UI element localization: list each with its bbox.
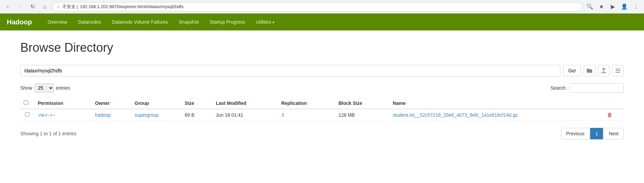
search-icon-btn[interactable]: 🔍 <box>585 2 595 12</box>
sort-arrows-size[interactable]: ↕ <box>195 102 197 105</box>
sort-arrows-block-size[interactable]: ↕ <box>363 102 365 105</box>
nav-item-startup-progress[interactable]: Startup Progress <box>204 14 251 30</box>
go-button[interactable]: Go! <box>563 65 581 76</box>
cell-size: 69 B <box>181 109 212 121</box>
th-replication[interactable]: Replication ↕ <box>278 98 335 109</box>
page-1-button[interactable]: 1 <box>590 128 603 139</box>
pagination-buttons: Previous 1 Next <box>561 128 624 139</box>
address-bar: ⚠ 不安全 | 192.168.1.201:9870/explorer.html… <box>52 2 582 12</box>
sort-arrows-group[interactable]: ↕ <box>150 102 152 105</box>
entries-label: entries <box>56 85 70 91</box>
show-label: Show <box>20 85 32 91</box>
home-button[interactable]: ⌂ <box>40 2 49 12</box>
cell-permission: -rw-r--r-- <box>34 109 91 121</box>
url-value: 192.168.1.201:9870/explorer.html#/datax/… <box>80 4 184 9</box>
sort-arrows-last-modified[interactable]: ↕ <box>248 102 249 105</box>
table-header-row: ↕ Permission ↕ Owner ↕ Group ↕ Size ↕ <box>20 98 624 109</box>
page-title: Browse Directory <box>20 41 624 55</box>
pagination-row: Showing 1 to 1 of 1 entries Previous 1 N… <box>20 128 624 139</box>
th-last-modified-label: Last Modified <box>216 100 246 106</box>
sort-arrows-actions[interactable]: ↕ <box>607 102 609 105</box>
list-icon-btn[interactable] <box>612 65 624 76</box>
delete-icon[interactable]: 🗑 <box>607 112 612 118</box>
browser-icons: 🔍 ★ ▶ 👤 ⋮ <box>585 2 641 12</box>
th-owner-label: Owner <box>95 100 110 106</box>
th-size-label: Size <box>185 100 194 106</box>
th-name-label: Name <box>393 100 406 106</box>
replication-link[interactable]: 3 <box>281 112 284 118</box>
th-permission[interactable]: Permission ↕ <box>34 98 91 109</box>
th-block-size[interactable]: Block Size ↕ <box>335 98 389 109</box>
th-group[interactable]: Group ↕ <box>131 98 182 109</box>
row-checkbox-cell <box>20 109 34 121</box>
th-group-label: Group <box>135 100 149 106</box>
th-size[interactable]: Size ↕ <box>181 98 212 109</box>
nav-link-overview[interactable]: Overview <box>42 14 72 30</box>
nav-item-snapshot[interactable]: Snapshot <box>173 14 204 30</box>
cell-replication: 3 <box>278 109 335 121</box>
extensions-icon-btn[interactable]: ▶ <box>608 2 618 12</box>
previous-button[interactable]: Previous <box>561 128 589 139</box>
forward-button[interactable]: → <box>16 2 25 12</box>
account-icon-btn[interactable]: 👤 <box>620 2 629 12</box>
directory-table: ↕ Permission ↕ Owner ↕ Group ↕ Size ↕ <box>20 98 624 121</box>
search-input[interactable] <box>569 83 624 93</box>
search-label: Search: <box>550 85 567 91</box>
navbar-links: Overview Datanodes Datanode Volume Failu… <box>42 14 280 30</box>
show-select[interactable]: 10 25 50 100 <box>34 83 54 93</box>
th-permission-label: Permission <box>38 100 63 106</box>
nav-link-datanodes[interactable]: Datanodes <box>73 14 107 30</box>
nav-link-datanode-volume-failures[interactable]: Datanode Volume Failures <box>107 14 173 30</box>
th-owner[interactable]: Owner ↕ <box>91 98 131 109</box>
search-row: Search: <box>550 83 624 93</box>
navbar-brand: Hadoop <box>7 18 32 26</box>
select-all-checkbox[interactable] <box>24 100 28 105</box>
sort-arrows-name[interactable]: ↕ <box>407 102 409 105</box>
folder-icon-btn[interactable] <box>584 65 595 76</box>
owner-link[interactable]: hadoop <box>95 112 111 118</box>
back-button[interactable]: ← <box>3 2 13 12</box>
nav-item-datanode-volume-failures[interactable]: Datanode Volume Failures <box>107 14 173 30</box>
upload-icon-btn[interactable] <box>598 65 609 76</box>
path-input[interactable] <box>20 65 560 76</box>
next-button[interactable]: Next <box>604 128 624 139</box>
cell-block-size: 128 MB <box>335 109 389 121</box>
table-row: -rw-r--r-- hadoop supergroup 69 B Jun 18… <box>20 109 624 121</box>
nav-item-datanodes[interactable]: Datanodes <box>73 14 107 30</box>
cell-delete: 🗑 <box>604 109 624 121</box>
url-text: 不安全 | <box>62 4 78 10</box>
sort-arrows-permission[interactable]: ↕ <box>65 102 66 105</box>
cell-name: student.txt__52c57216_33e6_4073_9efc_141… <box>389 109 604 121</box>
nav-item-overview[interactable]: Overview <box>42 14 72 30</box>
star-icon-btn[interactable]: ★ <box>597 2 606 12</box>
sort-arrows-replication[interactable]: ↕ <box>308 102 310 105</box>
nav-link-snapshot[interactable]: Snapshot <box>173 14 204 30</box>
cell-owner: hadoop <box>91 109 131 121</box>
group-link[interactable]: supergroup <box>135 112 159 118</box>
browser-bar: ← → ↻ ⌂ ⚠ 不安全 | 192.168.1.201:9870/explo… <box>0 0 644 14</box>
name-link[interactable]: student.txt__52c57216_33e6_4073_9efc_141… <box>393 112 518 118</box>
th-last-modified[interactable]: Last Modified ↕ <box>212 98 278 109</box>
th-actions: ↕ <box>604 98 624 109</box>
nav-link-startup-progress[interactable]: Startup Progress <box>204 14 251 30</box>
insecure-icon: ⚠ <box>57 4 60 9</box>
show-row: Show 10 25 50 100 entries Search: <box>20 83 624 93</box>
permission-link[interactable]: -rw-r--r-- <box>38 112 55 118</box>
main-content: Browse Directory Go! Show <box>0 30 644 150</box>
sort-arrows-checkbox[interactable]: ↕ <box>29 102 31 105</box>
svg-rect-2 <box>616 72 620 73</box>
cell-group: supergroup <box>131 109 182 121</box>
reload-button[interactable]: ↻ <box>28 2 37 12</box>
svg-rect-1 <box>616 70 620 71</box>
nav-item-utilities[interactable]: Utilities <box>251 14 280 30</box>
th-name[interactable]: Name ↕ <box>389 98 604 109</box>
row-checkbox[interactable] <box>25 112 29 117</box>
showing-text: Showing 1 to 1 of 1 entries <box>20 131 77 136</box>
nav-link-utilities[interactable]: Utilities <box>251 14 280 30</box>
show-left: Show 10 25 50 100 entries <box>20 83 70 93</box>
navbar: Hadoop Overview Datanodes Datanode Volum… <box>0 14 644 30</box>
menu-icon-btn[interactable]: ⋮ <box>631 2 641 12</box>
svg-rect-0 <box>616 69 620 69</box>
th-checkbox: ↕ <box>20 98 34 109</box>
sort-arrows-owner[interactable]: ↕ <box>111 102 113 105</box>
